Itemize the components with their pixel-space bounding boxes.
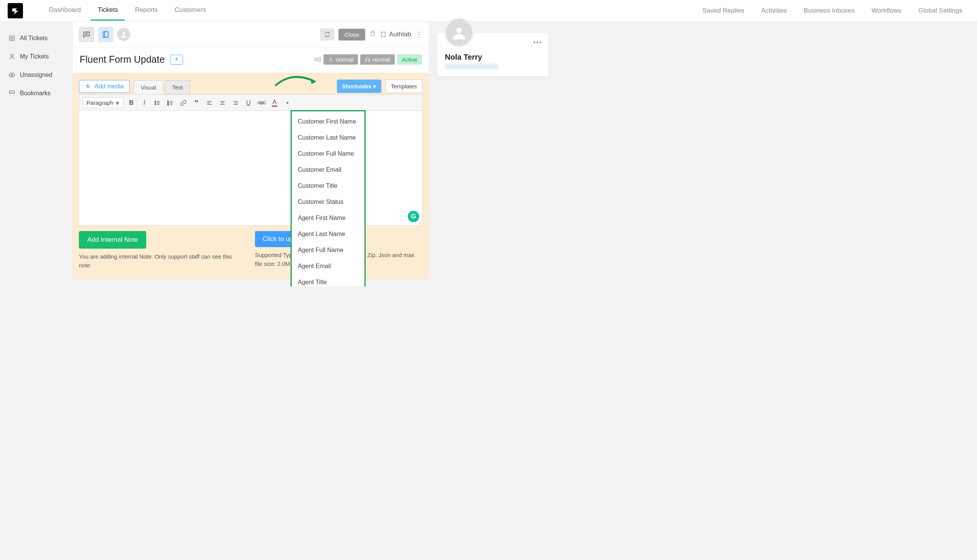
top-nav: Dashboard Tickets Reports Customers Save…	[0, 0, 977, 22]
ticket-title: Fluent Form Update	[80, 54, 165, 65]
format-select[interactable]: Paragraph ▼	[82, 97, 124, 108]
resize-handle-icon[interactable]	[417, 220, 422, 225]
quote-button[interactable]: “	[191, 98, 202, 108]
refresh-button[interactable]	[320, 28, 335, 40]
note-view-toggle[interactable]	[98, 27, 113, 42]
notebook-icon	[102, 30, 110, 38]
ticket-panel: Close Authlab ⋮ Fluent Form Update + #8	[73, 22, 429, 279]
close-ticket-button[interactable]: Close	[338, 29, 365, 40]
tab-visual[interactable]: Visual	[134, 80, 164, 95]
templates-button[interactable]: Templates	[385, 80, 423, 93]
bookmark-icon	[8, 90, 15, 97]
nav-customers[interactable]: Customers	[168, 0, 213, 21]
sidebar-item-label: My Tickets	[20, 53, 49, 60]
add-internal-note-button[interactable]: Add Internal Note	[79, 231, 146, 248]
shortcodes-button[interactable]: Shortcodes ▾	[337, 80, 381, 93]
chat-icon	[82, 30, 91, 38]
dropdown-item[interactable]: Customer Email	[292, 162, 365, 178]
nav-workflows[interactable]: Workflows	[865, 1, 908, 20]
svg-point-10	[122, 32, 125, 35]
bold-button[interactable]: B	[126, 98, 137, 108]
svg-point-45	[456, 28, 462, 33]
editor-toolbar: Paragraph ▼ B I 123 “	[79, 95, 423, 111]
conversation-view-toggle[interactable]	[79, 27, 94, 42]
note-help-text: You are adding internal Note. Only suppo…	[79, 252, 240, 270]
business-name: Authlab	[389, 31, 411, 38]
sidebar-item-label: All Tickets	[20, 35, 47, 42]
svg-rect-11	[381, 32, 385, 37]
nav-tickets[interactable]: Tickets	[91, 0, 125, 21]
align-center-button[interactable]	[217, 98, 228, 108]
dropdown-item[interactable]: Customer Status	[292, 194, 365, 210]
dropdown-item[interactable]: Agent Full Name	[292, 242, 365, 258]
align-right-icon	[232, 100, 239, 106]
refresh-icon	[324, 31, 331, 38]
avatar-icon	[120, 31, 127, 38]
annotation-arrow	[273, 70, 323, 93]
nav-business-inboxes[interactable]: Business Inboxes	[797, 1, 862, 20]
align-left-icon	[206, 100, 213, 106]
business-inbox-link[interactable]: Authlab	[380, 31, 411, 38]
customer-email-redacted	[445, 64, 499, 69]
svg-text:3: 3	[168, 103, 169, 105]
user-icon	[8, 53, 15, 60]
dropdown-item[interactable]: Agent First Name	[292, 210, 365, 226]
channel-badge[interactable]: normal	[360, 54, 395, 65]
svg-point-5	[11, 74, 13, 76]
text-color-button[interactable]: A	[269, 98, 280, 108]
chevron-down-icon: ▾	[373, 83, 376, 90]
sidebar-item-unassigned[interactable]: Unassigned	[4, 66, 69, 84]
add-media-button[interactable]: Add media	[79, 80, 130, 93]
link-icon	[180, 100, 187, 106]
nav-reports[interactable]: Reports	[128, 0, 165, 21]
priority-badge[interactable]: normal	[323, 54, 358, 65]
bullet-list-icon	[154, 100, 161, 106]
customer-more-options[interactable]: •••	[533, 39, 542, 46]
user-priority-icon	[328, 57, 333, 62]
svg-rect-8	[104, 32, 108, 37]
svg-line-44	[421, 224, 422, 225]
customer-name: Nola Terry	[445, 53, 540, 62]
sidebar-item-bookmarks[interactable]: Bookmarks	[4, 84, 69, 103]
editor-textarea[interactable]: G	[79, 111, 423, 226]
more-options[interactable]: ⋮	[415, 30, 423, 39]
sidebar-item-my-tickets[interactable]: My Tickets	[4, 47, 69, 66]
app-logo[interactable]	[8, 3, 23, 18]
dropdown-item[interactable]: Customer Title	[292, 178, 365, 194]
text-color-dropdown[interactable]: ▼	[282, 98, 293, 108]
svg-point-16	[330, 58, 332, 59]
nav-global-settings[interactable]: Global Settings	[912, 1, 969, 20]
align-right-button[interactable]	[230, 98, 241, 108]
link-button[interactable]	[178, 98, 189, 108]
agent-avatar[interactable]	[117, 28, 130, 41]
sidebar-item-label: Unassigned	[20, 72, 52, 78]
add-tag-button[interactable]: +	[170, 55, 183, 65]
align-left-button[interactable]	[204, 98, 215, 108]
status-badge[interactable]: Active	[397, 54, 422, 65]
avatar-icon	[451, 24, 467, 41]
strikethrough-button[interactable]: ABC	[256, 98, 267, 108]
nav-activities[interactable]: Activities	[754, 1, 794, 20]
italic-button[interactable]: I	[139, 98, 150, 108]
dropdown-item[interactable]: Customer Last Name	[292, 130, 365, 146]
bullet-list-button[interactable]	[152, 98, 163, 108]
customer-avatar[interactable]	[444, 18, 474, 47]
sidebar: All Tickets My Tickets Unassigned Bookma…	[0, 22, 73, 287]
nav-saved-replies[interactable]: Saved Replies	[696, 1, 751, 20]
svg-rect-17	[366, 60, 366, 62]
archive-button[interactable]	[369, 30, 376, 38]
dropdown-item[interactable]: Customer Full Name	[292, 146, 365, 162]
nav-dashboard[interactable]: Dashboard	[42, 0, 88, 21]
svg-point-23	[155, 104, 156, 105]
tab-text[interactable]: Text	[165, 80, 190, 95]
sidebar-item-all-tickets[interactable]: All Tickets	[4, 29, 69, 47]
editor-area: Add media Visual Text Shortcodes ▾	[73, 73, 429, 279]
media-icon	[85, 83, 92, 90]
underline-button[interactable]: U	[243, 98, 254, 108]
dropdown-item[interactable]: Agent Last Name	[292, 226, 365, 242]
dropdown-item[interactable]: Customer First Name	[292, 113, 365, 130]
shortcodes-dropdown: Customer First Name Customer Last Name C…	[291, 110, 366, 287]
number-list-button[interactable]: 123	[165, 98, 176, 108]
dropdown-item[interactable]: Agent Title	[292, 274, 365, 287]
dropdown-item[interactable]: Agent Email	[292, 258, 365, 274]
